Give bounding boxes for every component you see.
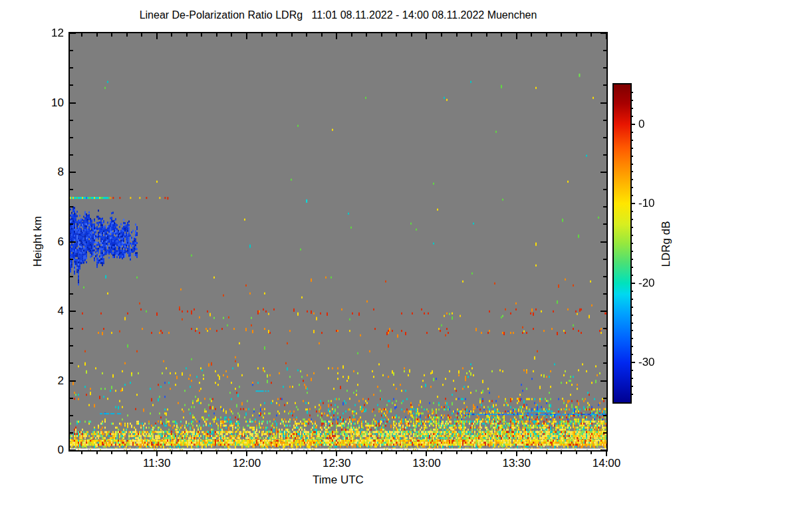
x-minor-tick-top bbox=[201, 33, 202, 37]
y-minor-tick-left bbox=[70, 398, 73, 399]
colorbar-minor-tick bbox=[630, 108, 633, 109]
x-major-tick-top bbox=[246, 33, 247, 39]
colorbar-minor-tick bbox=[630, 243, 633, 244]
x-minor-tick-top bbox=[141, 33, 142, 37]
x-minor-tick-bottom bbox=[576, 452, 577, 454]
y-minor-tick-left bbox=[70, 84, 73, 86]
x-minor-tick-bottom bbox=[261, 452, 263, 454]
x-minor-tick-bottom bbox=[201, 452, 202, 454]
x-minor-tick-bottom bbox=[471, 452, 472, 454]
x-minor-tick-bottom bbox=[96, 452, 98, 454]
colorbar-minor-tick bbox=[630, 187, 633, 188]
x-minor-tick-bottom bbox=[141, 452, 142, 454]
colorbar-minor-tick bbox=[630, 378, 633, 379]
x-tick-label: 13:30 bbox=[493, 456, 540, 471]
y-minor-tick-right bbox=[603, 84, 606, 86]
y-minor-tick-left bbox=[70, 189, 73, 190]
colorbar-minor-tick bbox=[630, 251, 633, 252]
x-tick-label: 14:00 bbox=[583, 456, 630, 471]
colorbar-tick-label: -20 bbox=[638, 276, 655, 291]
y-minor-tick-right bbox=[603, 362, 606, 364]
y-minor-tick-left bbox=[70, 137, 73, 138]
x-minor-tick-bottom bbox=[561, 452, 562, 454]
colorbar-minor-tick bbox=[630, 370, 633, 371]
y-minor-tick-right bbox=[603, 223, 606, 225]
colorbar-minor-tick bbox=[630, 179, 633, 180]
x-minor-tick-bottom bbox=[441, 452, 442, 454]
x-minor-tick-bottom bbox=[486, 452, 487, 454]
x-minor-tick-bottom bbox=[501, 452, 502, 454]
colorbar-minor-tick bbox=[630, 219, 633, 220]
colorbar-minor-tick bbox=[630, 116, 633, 117]
plot-area bbox=[68, 32, 608, 452]
x-minor-tick-bottom bbox=[366, 452, 367, 454]
colorbar-major-tick bbox=[630, 362, 635, 363]
y-minor-tick-left bbox=[70, 120, 73, 121]
x-minor-tick-bottom bbox=[111, 452, 112, 454]
colorbar-minor-tick bbox=[630, 275, 633, 276]
colorbar-minor-tick bbox=[630, 330, 633, 331]
colorbar bbox=[612, 83, 632, 404]
y-tick-label: 12 bbox=[35, 26, 64, 41]
x-minor-tick-top bbox=[276, 33, 277, 37]
y-tick-label: 4 bbox=[35, 304, 64, 319]
x-minor-tick-top bbox=[111, 33, 112, 37]
y-minor-tick-right bbox=[603, 154, 606, 156]
colorbar-minor-tick bbox=[630, 156, 633, 157]
x-major-tick-top bbox=[156, 33, 158, 39]
x-minor-tick-bottom bbox=[351, 452, 352, 454]
x-minor-tick-top bbox=[321, 33, 323, 37]
x-minor-tick-top bbox=[456, 33, 458, 37]
y-tick-label: 10 bbox=[35, 96, 64, 110]
x-tick-label: 11:30 bbox=[134, 456, 180, 471]
y-minor-tick-left bbox=[70, 432, 73, 434]
chart-title: Linear De-Polarization Ratio LDRg 11:01 … bbox=[68, 9, 608, 21]
x-minor-tick-bottom bbox=[381, 452, 382, 454]
x-minor-tick-top bbox=[591, 33, 592, 37]
x-minor-tick-top bbox=[351, 33, 352, 37]
colorbar-minor-tick bbox=[630, 132, 633, 133]
x-minor-tick-top bbox=[261, 33, 263, 37]
x-minor-tick-top bbox=[396, 33, 397, 37]
y-major-tick-left bbox=[70, 33, 76, 34]
y-minor-tick-right bbox=[603, 50, 606, 51]
y-minor-tick-left bbox=[70, 328, 73, 329]
x-minor-tick-bottom bbox=[276, 452, 277, 454]
y-minor-tick-left bbox=[70, 293, 73, 295]
x-major-tick-top bbox=[516, 33, 517, 39]
y-major-tick-left bbox=[70, 102, 76, 104]
y-minor-tick-left bbox=[70, 345, 73, 346]
y-minor-tick-right bbox=[603, 189, 606, 190]
y-minor-tick-right bbox=[603, 398, 606, 399]
colorbar-minor-tick bbox=[630, 100, 633, 101]
y-minor-tick-right bbox=[603, 415, 606, 416]
x-major-tick-bottom bbox=[426, 452, 427, 456]
x-minor-tick-bottom bbox=[216, 452, 217, 454]
x-minor-tick-bottom bbox=[306, 452, 307, 454]
colorbar-minor-tick bbox=[630, 291, 633, 292]
colorbar-minor-tick bbox=[630, 171, 633, 172]
colorbar-minor-tick bbox=[630, 211, 633, 212]
x-major-tick-bottom bbox=[246, 452, 247, 456]
heatmap-canvas bbox=[70, 33, 606, 450]
x-minor-tick-bottom bbox=[186, 452, 188, 454]
x-minor-tick-top bbox=[576, 33, 577, 37]
y-major-tick-left bbox=[70, 172, 76, 173]
y-major-tick-left bbox=[70, 380, 76, 382]
y-major-tick-right bbox=[600, 380, 606, 382]
colorbar-major-tick bbox=[630, 283, 635, 284]
colorbar-minor-tick bbox=[630, 227, 633, 228]
x-minor-tick-bottom bbox=[126, 452, 128, 454]
x-minor-tick-bottom bbox=[531, 452, 532, 454]
y-minor-tick-right bbox=[603, 67, 606, 68]
x-minor-tick-bottom bbox=[291, 452, 293, 454]
x-minor-tick-top bbox=[366, 33, 367, 37]
x-minor-tick-bottom bbox=[411, 452, 412, 454]
x-minor-tick-bottom bbox=[456, 452, 458, 454]
x-minor-tick-bottom bbox=[546, 452, 547, 454]
colorbar-minor-tick bbox=[630, 346, 633, 347]
colorbar-minor-tick bbox=[630, 235, 633, 236]
y-major-tick-left bbox=[70, 241, 76, 243]
y-tick-label: 6 bbox=[35, 235, 64, 249]
colorbar-minor-tick bbox=[630, 259, 633, 260]
